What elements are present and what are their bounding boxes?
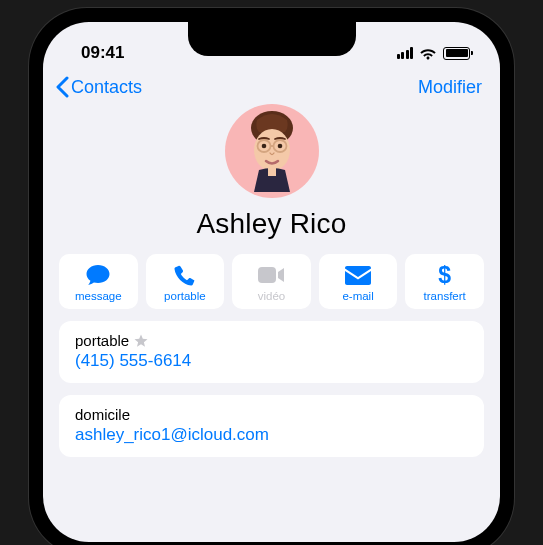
avatar-container: [43, 104, 500, 198]
phone-value: (415) 555-6614: [75, 351, 468, 371]
memoji-icon: [237, 110, 307, 192]
svg-point-6: [277, 144, 282, 149]
back-button[interactable]: Contacts: [55, 76, 142, 98]
action-row: message portable vidéo e-mail: [43, 240, 500, 321]
email-button[interactable]: e-mail: [319, 254, 398, 309]
email-label-row: domicile: [75, 406, 468, 423]
svg-rect-8: [258, 267, 276, 283]
video-icon: [257, 263, 285, 287]
email-label: e-mail: [342, 290, 373, 302]
email-card[interactable]: domicile ashley_rico1@icloud.com: [59, 395, 484, 457]
notch: [188, 22, 356, 56]
phone-frame: 09:41 Contacts: [29, 8, 514, 545]
pay-button[interactable]: $ transfert: [405, 254, 484, 309]
message-button[interactable]: message: [59, 254, 138, 309]
pay-label: transfert: [424, 290, 466, 302]
message-label: message: [75, 290, 122, 302]
status-time: 09:41: [81, 43, 124, 63]
phone-card[interactable]: portable (415) 555-6614: [59, 321, 484, 383]
call-label: portable: [164, 290, 206, 302]
phone-label: portable: [75, 332, 129, 349]
svg-rect-7: [268, 167, 276, 176]
video-button[interactable]: vidéo: [232, 254, 311, 309]
video-label: vidéo: [258, 290, 286, 302]
chevron-left-icon: [55, 76, 69, 98]
email-label: domicile: [75, 406, 130, 423]
call-button[interactable]: portable: [146, 254, 225, 309]
nav-bar: Contacts Modifier: [43, 70, 500, 102]
wifi-icon: [419, 47, 437, 60]
mail-icon: [345, 263, 371, 287]
message-icon: [85, 263, 111, 287]
email-value: ashley_rico1@icloud.com: [75, 425, 468, 445]
battery-icon: [443, 47, 470, 60]
status-indicators: [397, 47, 471, 60]
contact-name: Ashley Rico: [43, 208, 500, 240]
back-label: Contacts: [71, 77, 142, 98]
dollar-icon: $: [438, 263, 451, 287]
screen: 09:41 Contacts: [43, 22, 500, 542]
svg-point-5: [261, 144, 266, 149]
phone-icon: [173, 263, 196, 287]
cellular-signal-icon: [397, 47, 414, 59]
edit-button[interactable]: Modifier: [418, 77, 482, 98]
phone-label-row: portable: [75, 332, 468, 349]
avatar[interactable]: [225, 104, 319, 198]
star-icon: [134, 334, 148, 348]
